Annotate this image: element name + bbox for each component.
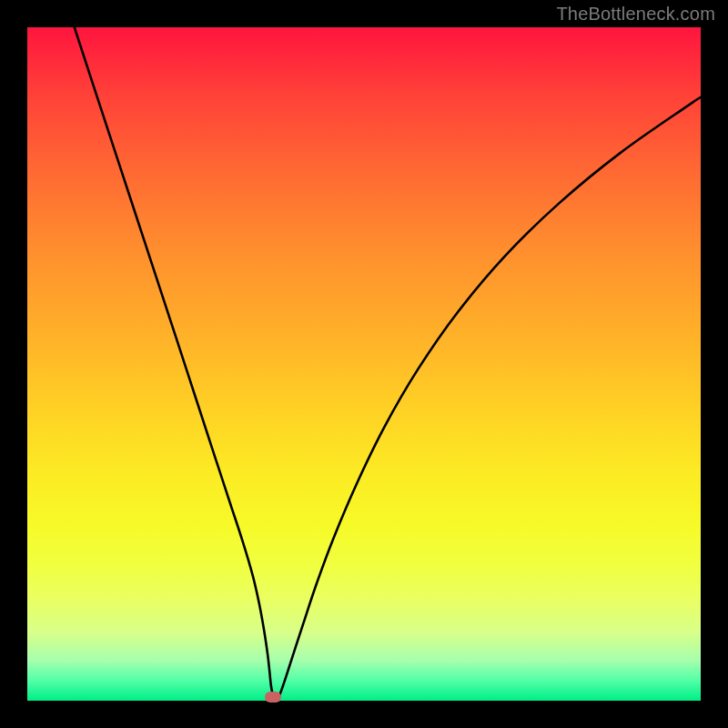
curve-svg bbox=[27, 27, 701, 701]
plot-area bbox=[27, 27, 701, 701]
watermark-text: TheBottleneck.com bbox=[556, 4, 715, 25]
chart-frame: TheBottleneck.com bbox=[0, 0, 728, 728]
bottleneck-curve bbox=[75, 27, 701, 700]
minimum-marker bbox=[265, 692, 281, 703]
